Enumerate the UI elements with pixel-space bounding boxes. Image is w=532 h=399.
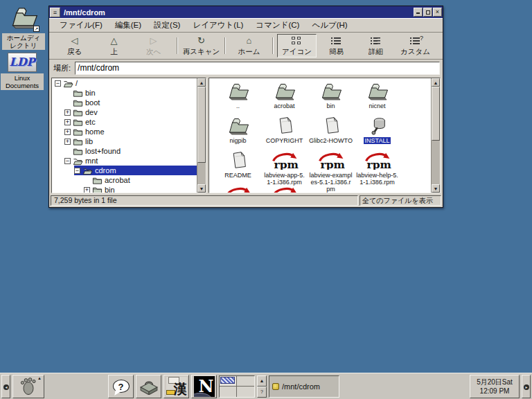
- file-item[interactable]: [261, 184, 308, 193]
- ldp-logo: LDP: [8, 53, 37, 72]
- file-item[interactable]: nicnet: [354, 80, 400, 115]
- tree-item[interactable]: +lib: [52, 136, 197, 146]
- toolbar-button-8[interactable]: ?カスタム: [396, 34, 435, 57]
- detailed-view-icon: [371, 37, 381, 46]
- file-item-label: acrobat: [261, 103, 308, 109]
- collapse-minus-icon[interactable]: −: [64, 158, 71, 164]
- clock-applet[interactable]: 5月20日Sat 12:09 PM: [470, 375, 520, 398]
- tree-item[interactable]: lost+found: [52, 146, 197, 156]
- toolbar-button-label: 次へ: [134, 46, 172, 56]
- close-button[interactable]: ×: [433, 8, 442, 17]
- tree-item[interactable]: acrobat: [52, 175, 197, 185]
- scroll-down-icon[interactable]: ▼: [432, 184, 440, 193]
- menu-item-5[interactable]: ヘルプ(H): [305, 19, 353, 32]
- file-item-label: ..: [215, 103, 261, 109]
- toolbar-button-5[interactable]: アイコン: [277, 34, 317, 57]
- file-item[interactable]: [215, 184, 261, 193]
- maximize-button[interactable]: [423, 8, 432, 17]
- files-scrollbar-thumb[interactable]: [432, 87, 440, 141]
- scroll-down-icon[interactable]: ▼: [197, 184, 206, 193]
- tree-item-inner: bin: [64, 88, 197, 98]
- pager-up-icon[interactable]: ▲: [257, 375, 267, 387]
- location-label: 場所:: [53, 63, 71, 73]
- expand-plus-icon[interactable]: +: [64, 109, 71, 116]
- panel-hide-right-button[interactable]: ▸: [522, 375, 531, 398]
- folder-icon: [73, 146, 83, 157]
- custom-view-icon: ?: [410, 37, 420, 46]
- file-item[interactable]: ..: [215, 80, 261, 115]
- launcher-toolbox[interactable]: [136, 375, 161, 398]
- window-menu-icon[interactable]: ≡: [50, 8, 60, 17]
- menu-item-2[interactable]: 設定(S): [148, 19, 186, 32]
- file-item[interactable]: labview-app-5.1-1.i386.rpm: [261, 150, 308, 184]
- tree-item[interactable]: bin: [52, 88, 197, 98]
- toolbar-button-1[interactable]: △上: [94, 34, 134, 57]
- menu-item-0[interactable]: ファイル(F): [53, 19, 109, 32]
- pager-help-icon[interactable]: ?: [257, 387, 267, 398]
- menu-item-3[interactable]: レイアウト(L): [186, 19, 249, 32]
- toolbar-button-4[interactable]: ⌂ホーム: [229, 34, 269, 57]
- tree-scrollbar-thumb[interactable]: [197, 87, 206, 163]
- tree-item[interactable]: −cdrom: [52, 166, 197, 175]
- scroll-up-icon[interactable]: ▲: [432, 78, 440, 87]
- file-item-label: labview-help-5.1-1.i386.rpm: [354, 172, 400, 186]
- tree-item[interactable]: boot: [52, 98, 197, 107]
- menu-item-4[interactable]: コマンド(C): [249, 19, 305, 32]
- launcher-help[interactable]: ?: [108, 375, 134, 398]
- scroll-up-icon[interactable]: ▲: [197, 78, 206, 87]
- files-scrollbar-trough[interactable]: [432, 87, 440, 184]
- toolbar-button-7[interactable]: 詳細: [356, 34, 396, 57]
- folder-icon: [73, 98, 83, 108]
- desktop-icon-linux-documents[interactable]: LDP Linux Documents: [0, 53, 44, 91]
- tree-item[interactable]: +bin: [52, 185, 197, 193]
- tree-scrollbar[interactable]: ▲ ▼: [197, 78, 206, 193]
- toolbar-button-label: 簡易: [317, 46, 355, 56]
- pager-desktop-4[interactable]: [237, 387, 254, 397]
- expand-plus-icon[interactable]: +: [64, 119, 71, 125]
- toolbar-button-0[interactable]: ◁戻る: [55, 34, 94, 57]
- expand-plus-icon[interactable]: +: [84, 187, 90, 193]
- panel-hide-left-button[interactable]: ◂: [1, 375, 10, 398]
- pager-desktop-3[interactable]: [220, 387, 237, 397]
- expand-plus-icon[interactable]: +: [64, 129, 71, 135]
- menu-item-1[interactable]: 編集(E): [109, 19, 148, 32]
- gnome-foot-icon: [19, 377, 37, 396]
- pager-desktop-2[interactable]: [237, 376, 254, 387]
- file-item[interactable]: INSTALL: [354, 115, 400, 150]
- tree-item[interactable]: +home: [52, 127, 197, 136]
- toolbar-button-2[interactable]: ▷次へ: [134, 34, 173, 57]
- files-scrollbar[interactable]: ▲ ▼: [431, 78, 440, 193]
- tree-item[interactable]: +etc: [52, 117, 197, 127]
- launcher-japanese-input[interactable]: 漢: [163, 375, 189, 398]
- toolbar-button-6[interactable]: 簡易: [317, 34, 356, 57]
- desktop-pager[interactable]: [219, 375, 255, 398]
- tree-item[interactable]: −mnt: [52, 156, 197, 166]
- main-menu-button[interactable]: ▲: [12, 375, 44, 398]
- tree-item[interactable]: +dev: [52, 107, 197, 117]
- launcher-netscape[interactable]: N: [191, 375, 217, 398]
- task-button[interactable]: /mnt/cdrom: [269, 375, 339, 398]
- tree-item[interactable]: −/: [52, 78, 197, 88]
- pager-desktop-1[interactable]: [220, 376, 237, 387]
- file-item[interactable]: COPYRIGHT: [261, 115, 308, 150]
- file-item[interactable]: Glibc2-HOWTO: [308, 115, 354, 150]
- minimize-button[interactable]: [414, 8, 423, 17]
- folder-icon: [319, 81, 342, 100]
- file-item[interactable]: labview-examples-5.1-1.i386.rpm: [308, 150, 354, 184]
- collapse-minus-icon[interactable]: −: [55, 80, 61, 87]
- expand-plus-icon[interactable]: +: [64, 139, 71, 145]
- file-item[interactable]: acrobat: [261, 80, 308, 115]
- folder-icon: [73, 127, 83, 137]
- file-item[interactable]: labview-help-5.1-1.i386.rpm: [354, 150, 400, 184]
- tree-scrollbar-trough[interactable]: [197, 87, 206, 184]
- desktop-icon-home-directory[interactable]: ↗ ホームディレクトリ: [1, 4, 46, 51]
- file-item[interactable]: bin: [308, 80, 354, 115]
- file-item[interactable]: nigpib: [215, 115, 261, 150]
- location-input[interactable]: [75, 62, 440, 75]
- shortcut-arrow-icon: ↗: [33, 26, 39, 32]
- toolbar-button-label: カスタム: [396, 46, 434, 56]
- file-item[interactable]: README: [215, 150, 261, 184]
- titlebar[interactable]: ≡ /mnt/cdrom ×: [49, 6, 443, 18]
- collapse-minus-icon[interactable]: −: [74, 168, 80, 174]
- toolbar-button-3[interactable]: ↻再スキャン: [181, 34, 221, 57]
